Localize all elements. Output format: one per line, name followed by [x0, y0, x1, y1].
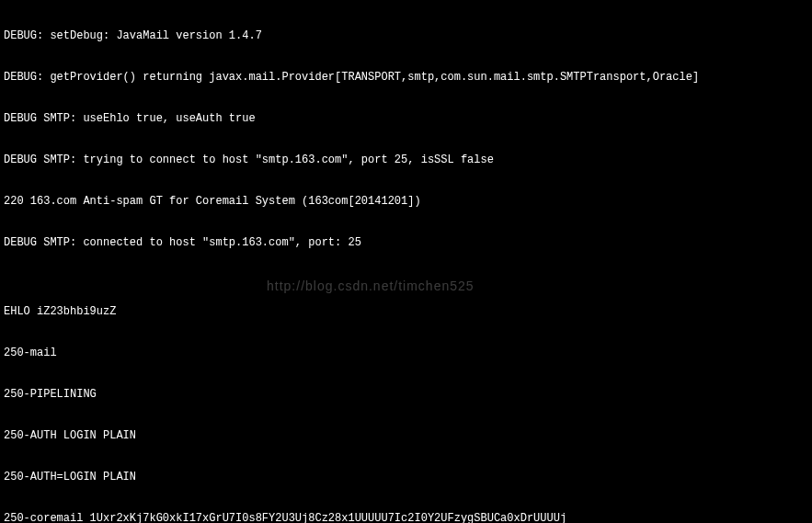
log-line: 250-mail: [4, 347, 808, 360]
log-line: DEBUG SMTP: useEhlo true, useAuth true: [4, 112, 808, 126]
terminal-output[interactable]: DEBUG: setDebug: JavaMail version 1.4.7 …: [0, 0, 812, 523]
log-line: DEBUG: getProvider() returning javax.mai…: [4, 71, 808, 85]
log-line: 250-coremail 1Uxr2xKj7kG0xkI17xGrU7I0s8F…: [4, 512, 808, 523]
log-line: DEBUG: setDebug: JavaMail version 1.4.7: [4, 29, 808, 43]
log-line: 250-AUTH=LOGIN PLAIN: [4, 471, 808, 484]
log-line: EHLO iZ23bhbi9uzZ: [4, 305, 808, 319]
log-line: DEBUG SMTP: connected to host "smtp.163.…: [4, 236, 808, 250]
log-line: 250-AUTH LOGIN PLAIN: [4, 429, 808, 443]
log-line: 220 163.com Anti-spam GT for Coremail Sy…: [4, 195, 808, 209]
log-line: 250-PIPELINING: [4, 388, 808, 402]
log-line: DEBUG SMTP: trying to connect to host "s…: [4, 153, 808, 167]
